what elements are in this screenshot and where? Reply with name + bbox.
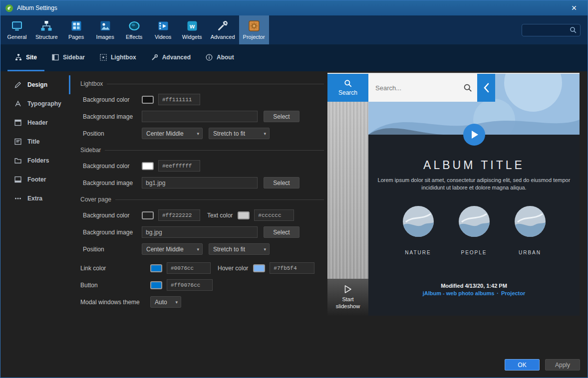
cover-background-color-input[interactable] [158,209,200,221]
toolbar-search-box[interactable] [522,24,581,36]
tab-about[interactable]: About [198,44,242,71]
preview-folder-urban[interactable]: Urban [515,206,546,256]
nav-item-label: Header [27,119,48,126]
preview-play-button[interactable] [463,124,485,146]
preview-modified-text: Modified 4/13/20, 1:42 PM [441,283,507,289]
apply-button[interactable]: Apply [545,359,580,371]
cover-text-color-input[interactable] [254,209,294,221]
tab-advanced[interactable]: Advanced [144,44,198,71]
wrench-icon [151,54,158,61]
nav-item-title[interactable]: Title [0,132,70,151]
hover-color-swatch[interactable] [253,264,265,272]
sidebar-background-color-swatch[interactable] [142,162,154,170]
toolbar-item-general[interactable]: General [2,15,31,44]
preview-search-input[interactable] [375,84,460,92]
cover-position-dropdown[interactable]: Center Middle [142,243,203,255]
nav-item-label: Title [27,138,39,145]
toolbar-item-projector[interactable]: Projector [239,15,269,44]
toolbar-item-label: Videos [155,34,171,40]
preview-panel: Search Start slideshow [327,73,580,316]
sitemap-icon [40,20,52,32]
toolbar-item-label: Structure [35,34,58,40]
group-legend: Cover page [80,196,111,203]
image-icon [99,20,111,32]
toolbar-item-images[interactable]: Images [91,15,120,44]
nav-item-label: Typography [27,100,61,107]
button-color-swatch[interactable] [150,281,162,289]
preview-collapse-button[interactable] [477,74,495,102]
tab-sidebar[interactable]: Sidebar [44,44,92,71]
toolbar-item-label: General [7,34,26,40]
folder-icon [14,157,22,165]
search-icon [344,79,352,87]
nav-item-extra[interactable]: Extra [0,189,70,208]
hover-color-input[interactable] [270,262,314,274]
field-label: Background color [83,163,142,170]
cover-background-image-select-button[interactable]: Select [264,226,299,238]
sidebar-background-color-input[interactable] [158,160,200,172]
toolbar-item-widgets[interactable]: w Widgets [178,15,207,44]
sidebar-background-image-select-button[interactable]: Select [264,177,299,189]
field-label: Link color [80,265,150,272]
preview-start-slideshow-button[interactable]: Start slideshow [327,279,368,316]
monitor-icon [11,20,23,32]
cover-text-color-swatch[interactable] [238,211,250,219]
preview-jalbum-link[interactable]: jAlbum - web photo albums [423,290,495,296]
tab-site[interactable]: Site [7,44,44,71]
search-icon [570,26,577,33]
close-button[interactable]: × [565,0,583,15]
folder-thumbnail-image [515,206,546,237]
field-label: Background image [83,180,142,187]
cover-background-color-swatch[interactable] [142,211,154,219]
preview-projector-link[interactable]: Projector [501,290,525,296]
toolbar-item-videos[interactable]: Videos [149,15,178,44]
toolbar-item-label: Effects [126,34,142,40]
link-color-input[interactable] [167,262,211,274]
tab-label: Site [26,54,37,61]
preview-page: ALBUM TITLE Lorem ipsum dolor sit amet, … [368,74,580,316]
nav-item-label: Footer [27,176,46,183]
preview-search-button[interactable]: Search [327,74,368,102]
nav-item-design[interactable]: Design [0,75,70,94]
lightbox-position-dropdown[interactable]: Center Middle [142,128,203,139]
preview-cover-content: ALBUM TITLE Lorem ipsum dolor sit amet, … [368,135,580,316]
button-color-input[interactable] [167,279,213,291]
group-legend: Sidebar [80,147,101,154]
toolbar-item-label: Widgets [182,34,202,40]
preview-folder-nature[interactable]: Nature [403,206,434,256]
toolbar-search-input[interactable] [526,26,567,33]
nav-item-folders[interactable]: Folders [0,151,70,170]
header-icon [14,119,22,127]
toolbar-item-label: Images [96,34,114,40]
lightbox-background-color-swatch[interactable] [142,96,154,104]
lightbox-background-image-select-button[interactable]: Select [264,111,299,122]
nav-item-typography[interactable]: Typography [0,94,70,113]
folder-label: Urban [519,248,541,256]
ellipsis-icon [14,194,22,202]
title-icon [14,138,22,146]
group-lightbox: Lightbox Background color Background ima… [74,80,324,139]
preview-folder-people[interactable]: People [459,206,490,256]
toolbar-item-structure[interactable]: Structure [31,15,62,44]
lightbox-background-color-input[interactable] [158,94,200,105]
nav-item-header[interactable]: Header [0,113,70,132]
toolbar-item-advanced[interactable]: Advanced [207,15,239,44]
modal-theme-dropdown[interactable]: Auto [150,296,181,308]
sidebar-background-image-input[interactable] [142,177,258,189]
lightbox-background-image-input[interactable] [142,111,258,122]
tab-lightbox[interactable]: Lightbox [92,44,144,71]
projector-skin-icon [248,20,260,32]
lightbox-fit-dropdown[interactable]: Stretch to fit [209,128,270,139]
main-toolbar: General Structure Pages Images Effects V… [0,15,588,44]
cover-fit-dropdown[interactable]: Stretch to fit [209,243,270,255]
ok-button[interactable]: OK [505,359,540,371]
link-color-swatch[interactable] [150,264,162,272]
field-label: Position [83,130,142,137]
toolbar-item-pages[interactable]: Pages [62,15,91,44]
toolbar-item-effects[interactable]: Effects [120,15,149,44]
cover-background-image-input[interactable] [142,226,258,238]
nav-item-footer[interactable]: Footer [0,170,70,189]
dialog-actions: OK Apply [505,359,580,371]
titlebar: Album Settings × [0,0,588,15]
field-label: Background color [83,96,142,103]
